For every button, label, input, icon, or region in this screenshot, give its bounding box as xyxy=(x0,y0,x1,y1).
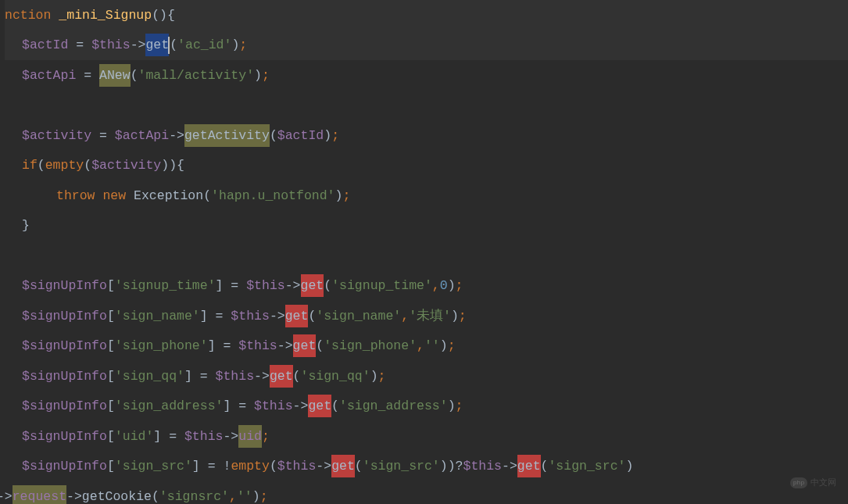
variable-this: $this xyxy=(463,456,503,477)
arrow: -> xyxy=(502,456,517,477)
arrow: -> xyxy=(223,426,238,447)
variable-this: $this xyxy=(238,335,277,356)
variable: $actApi xyxy=(115,125,169,146)
code-line[interactable]: $signUpInfo['sign_src'] = !empty($this->… xyxy=(5,452,848,482)
space xyxy=(126,185,134,206)
operator: = xyxy=(91,125,115,146)
code-line[interactable]: $activity = $actApi->getActivity($actId)… xyxy=(5,120,848,151)
variable: $actApi xyxy=(22,65,76,86)
string: 'sign_name' xyxy=(316,306,401,327)
code-line[interactable]: $signUpInfo['sign_name'] = $this->get('s… xyxy=(5,301,848,331)
arrow: -> xyxy=(0,486,13,504)
variable-this: $this xyxy=(277,456,317,477)
code-line[interactable]: s->request->getCookie('signsrc',''); xyxy=(0,481,848,504)
code-line-empty[interactable] xyxy=(5,241,848,271)
string: 'sign_qq' xyxy=(301,366,370,387)
code-line[interactable]: throw new Exception('hapn.u_notfond'); xyxy=(5,181,848,211)
paren: ( xyxy=(152,486,159,504)
code-line[interactable]: } xyxy=(5,211,848,241)
string: 'sign_phone' xyxy=(324,335,417,356)
array-key: 'sign_src' xyxy=(115,456,192,477)
function-name: _mini_Signup xyxy=(51,5,152,26)
method-get-selected: get xyxy=(145,34,169,56)
method-get-highlighted: get xyxy=(270,365,293,388)
string: 'mall/activity' xyxy=(138,65,255,86)
close-brace: } xyxy=(22,215,30,236)
method-get-highlighted: get xyxy=(517,455,541,477)
watermark: php 中文网 xyxy=(790,476,836,490)
variable: $signUpInfo xyxy=(22,335,107,356)
paren: ( xyxy=(331,395,339,416)
semicolon: ; xyxy=(239,34,247,55)
comma: , xyxy=(401,306,409,327)
code-line[interactable]: nction _mini_Signup(){ xyxy=(5,0,848,30)
arrow: -> xyxy=(270,306,285,327)
php-logo-icon: php xyxy=(790,477,807,488)
paren: ( xyxy=(131,65,138,86)
variable-this: $this xyxy=(246,275,285,296)
method-get-highlighted: get xyxy=(301,274,324,297)
method-getcookie: getCookie xyxy=(82,486,152,504)
paren: ( xyxy=(355,456,363,477)
semicolon: ; xyxy=(342,185,350,206)
method-get-highlighted: get xyxy=(331,455,355,477)
paren: ) xyxy=(625,456,633,477)
array-key: 'sign_qq' xyxy=(115,366,184,387)
paren: ) xyxy=(324,125,331,146)
string: 'signup_time' xyxy=(331,275,432,296)
bracket-eq: ] = ! xyxy=(192,456,231,477)
variable: $signUpInfo xyxy=(22,366,107,387)
keyword-empty: empty xyxy=(231,456,270,477)
string: '' xyxy=(424,335,440,356)
arrow: -> xyxy=(131,34,146,55)
variable: $signUpInfo xyxy=(22,275,107,296)
semicolon: ; xyxy=(456,275,463,296)
arrow: -> xyxy=(169,125,184,146)
method-get-highlighted: get xyxy=(308,395,331,417)
paren-brace: )){ xyxy=(161,155,184,176)
semicolon: ; xyxy=(262,426,270,447)
paren: ( xyxy=(38,155,45,176)
method-getactivity: getActivity xyxy=(184,124,270,147)
code-editor[interactable]: nction _mini_Signup(){ $actId = $this->g… xyxy=(0,0,848,504)
string: 'sign_address' xyxy=(339,395,448,416)
paren: ) xyxy=(252,486,260,504)
variable-this: $this xyxy=(216,366,255,387)
code-line-empty[interactable] xyxy=(5,91,848,121)
semicolon: ; xyxy=(448,335,456,356)
property-request: request xyxy=(13,485,66,504)
string: 'sign_src' xyxy=(548,456,625,477)
code-line[interactable]: $signUpInfo['sign_address'] = $this->get… xyxy=(5,391,848,422)
array-key: 'sign_name' xyxy=(115,306,200,327)
code-line[interactable]: $signUpInfo['sign_qq'] = $this->get('sig… xyxy=(5,361,848,391)
comma: , xyxy=(432,275,440,296)
variable-this: $this xyxy=(91,34,131,55)
code-line[interactable]: $signUpInfo['uid'] = $this->uid; xyxy=(5,421,848,452)
paren: ( xyxy=(270,125,277,146)
arrow: -> xyxy=(316,456,331,477)
semicolon: ; xyxy=(262,65,270,86)
arrow: -> xyxy=(66,486,82,504)
operator: = xyxy=(76,65,99,86)
code-line[interactable]: $signUpInfo['signup_time'] = $this->get(… xyxy=(5,271,848,302)
semicolon: ; xyxy=(260,486,268,504)
comma: , xyxy=(229,486,237,504)
code-line[interactable]: $signUpInfo['sign_phone'] = $this->get('… xyxy=(5,331,848,362)
space xyxy=(95,185,103,206)
code-line[interactable]: if(empty($activity)){ xyxy=(5,151,848,181)
code-line[interactable]: $actId = $this->get('ac_id'); xyxy=(5,30,848,61)
string: '未填' xyxy=(409,306,451,327)
variable-this: $this xyxy=(254,395,293,416)
code-line[interactable]: $actApi = ANew('mall/activity'); xyxy=(5,60,848,91)
string: 'hapn.u_notfond' xyxy=(211,185,335,206)
string: 'sign_src' xyxy=(363,456,440,477)
operator: = xyxy=(68,34,91,55)
watermark-text: 中文网 xyxy=(810,476,836,490)
bracket-eq: ] = xyxy=(184,366,216,387)
paren: ( xyxy=(324,275,331,296)
arrow: -> xyxy=(254,366,270,387)
variable: $signUpInfo xyxy=(22,395,107,416)
number: 0 xyxy=(440,275,448,296)
keyword-throw: throw xyxy=(56,185,95,206)
variable: $activity xyxy=(91,155,161,176)
